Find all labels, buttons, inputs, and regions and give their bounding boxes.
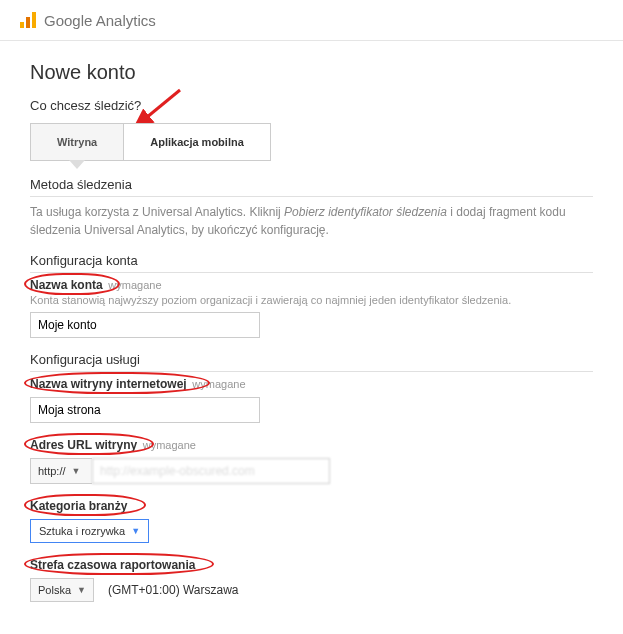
site-name-label: Nazwa witryny internetowej	[30, 377, 187, 391]
account-name-input[interactable]	[30, 312, 260, 338]
site-name-field: Nazwa witryny internetowej wymagane	[30, 376, 593, 423]
svg-rect-2	[32, 12, 36, 28]
tab-mobile-app[interactable]: Aplikacja mobilna	[124, 124, 270, 160]
svg-rect-0	[20, 22, 24, 28]
chevron-down-icon: ▼	[72, 466, 81, 476]
timezone-label: Strefa czasowa raportowania	[30, 558, 195, 572]
service-config-title: Konfiguracja usługi	[30, 352, 593, 372]
timezone-field: Strefa czasowa raportowania Polska ▼ (GM…	[30, 557, 593, 602]
site-url-field: Adres URL witryny wymagane http:// ▼	[30, 437, 593, 484]
category-field: Kategoria branży Sztuka i rozrywka ▼	[30, 498, 593, 543]
account-name-hint: Konta stanowią najwyższy poziom organiza…	[30, 294, 593, 306]
account-name-label: Nazwa konta	[30, 278, 103, 292]
chevron-down-icon: ▼	[77, 585, 86, 595]
analytics-logo-icon	[18, 10, 38, 30]
site-url-input[interactable]	[92, 458, 330, 484]
timezone-value: (GMT+01:00) Warszawa	[108, 583, 239, 597]
tab-website[interactable]: Witryna	[31, 124, 124, 160]
category-select[interactable]: Sztuka i rozrywka ▼	[30, 519, 149, 543]
page-title: Nowe konto	[30, 61, 593, 84]
account-config-title: Konfiguracja konta	[30, 253, 593, 273]
logo-text: Google Analytics	[44, 12, 156, 29]
site-url-label: Adres URL witryny	[30, 438, 137, 452]
svg-rect-1	[26, 17, 30, 28]
account-name-field: Nazwa konta wymagane Konta stanowią najw…	[30, 277, 593, 338]
main-content: Nowe konto Co chcesz śledzić? Witryna Ap…	[0, 41, 623, 634]
tracking-type-tabs: Witryna Aplikacja mobilna	[30, 123, 271, 161]
app-header: Google Analytics	[0, 0, 623, 41]
timezone-country-select[interactable]: Polska ▼	[30, 578, 94, 602]
tracking-question: Co chcesz śledzić?	[30, 98, 593, 113]
protocol-select[interactable]: http:// ▼	[30, 458, 92, 484]
tracking-method-desc: Ta usługa korzysta z Universal Analytics…	[30, 203, 593, 239]
chevron-down-icon: ▼	[131, 526, 140, 536]
tracking-method-title: Metoda śledzenia	[30, 177, 593, 197]
site-name-input[interactable]	[30, 397, 260, 423]
category-label: Kategoria branży	[30, 499, 127, 513]
